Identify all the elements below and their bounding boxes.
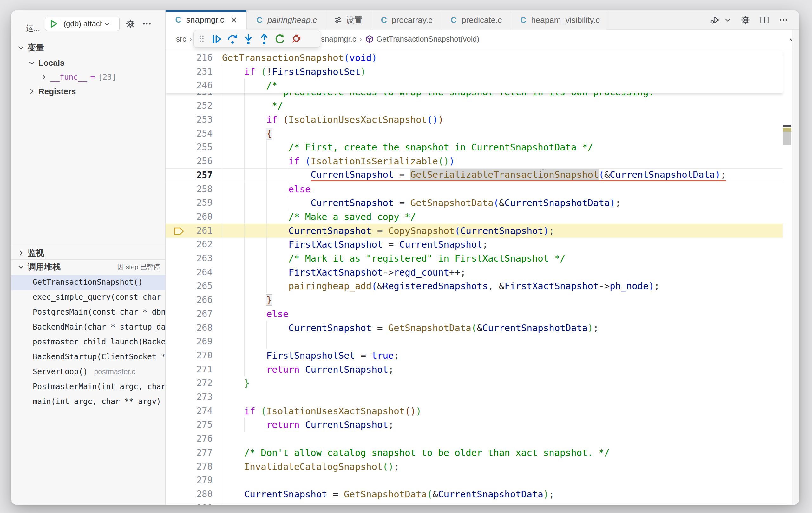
tab-predicate.c[interactable]: Cpredicate.c bbox=[441, 10, 510, 29]
line-number[interactable]: 259 bbox=[166, 196, 212, 210]
code-text[interactable]: if (IsolationIsSerializable()) bbox=[289, 154, 455, 168]
code-line-273[interactable]: 273 bbox=[166, 390, 783, 404]
line-number[interactable]: 231 bbox=[166, 65, 212, 79]
code-line-254[interactable]: 254{ bbox=[166, 127, 783, 141]
tab-snapmgr.c[interactable]: Csnapmgr.c bbox=[166, 10, 247, 29]
code-line-267[interactable]: 267else bbox=[166, 307, 783, 321]
line-number[interactable]: 274 bbox=[166, 404, 212, 418]
code-text[interactable]: CurrentSnapshot = GetSnapshotData(&Curre… bbox=[244, 487, 554, 501]
stack-frame[interactable]: ServerLoop()postmaster.c bbox=[11, 364, 165, 379]
line-number[interactable]: 253 bbox=[166, 113, 212, 127]
line-number[interactable]: 271 bbox=[166, 362, 212, 377]
code-text[interactable]: GetTransactionSnapshot(void) bbox=[222, 51, 377, 65]
tab-procarray.c[interactable]: Cprocarray.c bbox=[371, 10, 441, 29]
line-number[interactable]: 246 bbox=[166, 78, 212, 92]
split-editor-icon[interactable] bbox=[759, 15, 770, 25]
disconnect-icon[interactable] bbox=[290, 33, 302, 46]
code-text[interactable]: else bbox=[289, 182, 311, 196]
code-line-281[interactable]: 281 bbox=[166, 501, 783, 505]
stack-frame[interactable]: BackendMain(char * startup_da bbox=[11, 320, 165, 334]
code-text[interactable]: /* bbox=[266, 78, 278, 92]
line-number[interactable]: 267 bbox=[166, 307, 212, 321]
scrollbar[interactable] bbox=[783, 50, 792, 505]
line-number[interactable]: 261 bbox=[166, 224, 212, 238]
gear-icon[interactable] bbox=[125, 19, 136, 29]
line-number[interactable]: 258 bbox=[166, 182, 212, 196]
code-line-253[interactable]: 253if (IsolationUsesXactSnapshot()) bbox=[166, 113, 783, 127]
breadcrumb-item-src[interactable]: src bbox=[176, 35, 186, 44]
stack-frame[interactable]: main(int argc, char ** argv) bbox=[11, 394, 165, 409]
code-text[interactable]: else bbox=[266, 307, 289, 321]
line-number[interactable]: 269 bbox=[166, 334, 212, 349]
breadcrumb-item-file[interactable]: snapmgr.c bbox=[321, 35, 356, 44]
code-text[interactable]: CurrentSnapshot = CopySnapshot(CurrentSn… bbox=[289, 224, 554, 238]
code-text[interactable]: FirstXactSnapshot = CurrentSnapshot; bbox=[289, 238, 488, 251]
line-number[interactable]: 276 bbox=[166, 432, 212, 446]
tab-pairingheap.c[interactable]: Cpairingheap.c bbox=[247, 10, 325, 29]
stack-frame[interactable]: PostgresMain(const char * dbn bbox=[11, 305, 165, 320]
code-line-261[interactable]: 261CurrentSnapshot = CopySnapshot(Curren… bbox=[166, 224, 783, 238]
code-text[interactable]: CurrentSnapshot = GetSerializableTransac… bbox=[311, 168, 726, 181]
more-icon[interactable] bbox=[778, 15, 788, 25]
code-line-265[interactable]: 265pairingheap_add(&RegisteredSnapshots,… bbox=[166, 279, 783, 293]
line-number[interactable]: 268 bbox=[166, 321, 212, 335]
code-line-264[interactable]: 264FirstXactSnapshot->regd_count++; bbox=[166, 265, 783, 279]
code-text[interactable]: FirstXactSnapshot->regd_count++; bbox=[289, 265, 466, 279]
line-number[interactable]: 260 bbox=[166, 210, 212, 224]
code-text[interactable]: pairingheap_add(&RegisteredSnapshots, &F… bbox=[289, 279, 660, 293]
step-out-icon[interactable] bbox=[258, 33, 270, 46]
code-line-279[interactable]: 279 bbox=[166, 473, 783, 487]
code-text[interactable]: if (!FirstSnapshotSet) bbox=[244, 65, 366, 79]
continue-icon[interactable] bbox=[210, 33, 223, 46]
code-text[interactable]: return CurrentSnapshot; bbox=[266, 418, 394, 432]
tab-设置[interactable]: 设置 bbox=[325, 10, 371, 29]
code-line-270[interactable]: 270FirstSnapshotSet = true; bbox=[166, 349, 783, 362]
line-number[interactable]: 270 bbox=[166, 349, 212, 362]
line-number[interactable]: 252 bbox=[166, 99, 212, 113]
code-line-255[interactable]: 255/* First, create the snapshot in Curr… bbox=[166, 140, 783, 154]
line-number[interactable]: 266 bbox=[166, 293, 212, 307]
line-number[interactable]: 256 bbox=[166, 154, 212, 168]
code-line-276[interactable]: 276 bbox=[166, 432, 783, 446]
code-line-277[interactable]: 277/* Don't allow catalog snapshot to be… bbox=[166, 446, 783, 460]
code-text[interactable]: if (IsolationUsesXactSnapshot()) bbox=[244, 404, 422, 418]
more-icon[interactable] bbox=[142, 19, 152, 29]
code-line-216[interactable]: 216GetTransactionSnapshot(void) bbox=[166, 51, 783, 65]
line-number[interactable]: 275 bbox=[166, 418, 212, 432]
line-number[interactable]: 281 bbox=[166, 501, 212, 505]
chevron-down-icon[interactable] bbox=[724, 16, 731, 24]
code-line-246[interactable]: 246/* bbox=[166, 78, 783, 92]
code-text[interactable]: /* First, create the snapshot in Current… bbox=[289, 140, 593, 154]
code-text[interactable]: */ bbox=[266, 99, 283, 113]
watch-section-header[interactable]: 监视 bbox=[11, 246, 165, 259]
code-line-268[interactable]: 268CurrentSnapshot = GetSnapshotData(&Cu… bbox=[166, 321, 783, 335]
close-icon[interactable] bbox=[229, 16, 238, 24]
code-text[interactable]: } bbox=[266, 293, 272, 307]
code-text[interactable]: InvalidateCatalogSnapshot(); bbox=[244, 460, 399, 474]
code-line-278[interactable]: 278InvalidateCatalogSnapshot(); bbox=[166, 460, 783, 474]
code-line-262[interactable]: 262FirstXactSnapshot = CurrentSnapshot; bbox=[166, 238, 783, 251]
gear-icon[interactable] bbox=[740, 15, 751, 25]
code-text[interactable]: /* Don't allow catalog snapshot to be ol… bbox=[244, 446, 610, 460]
code-line-263[interactable]: 263/* Mark it as "registered" in FirstXa… bbox=[166, 251, 783, 265]
step-over-icon[interactable] bbox=[226, 33, 239, 46]
stack-frame[interactable]: GetTransactionSnapshot() bbox=[11, 275, 165, 290]
line-number[interactable]: 272 bbox=[166, 376, 212, 390]
callstack-section-header[interactable]: 调用堆栈 因 step 已暂停 bbox=[11, 259, 165, 274]
tab-heapam_visibility.c[interactable]: Cheapam_visibility.c bbox=[510, 10, 608, 29]
scope-locals[interactable]: Locals bbox=[11, 56, 165, 70]
launch-config-select[interactable]: (gdb) attach bbox=[63, 19, 102, 28]
line-number[interactable]: 262 bbox=[166, 238, 212, 251]
code-line-258[interactable]: 258else bbox=[166, 182, 783, 196]
code-line-260[interactable]: 260/* Make a saved copy */ bbox=[166, 210, 783, 224]
play-icon[interactable] bbox=[48, 19, 59, 29]
line-number[interactable]: 273 bbox=[166, 390, 212, 404]
line-number[interactable]: 265 bbox=[166, 279, 212, 293]
line-number[interactable]: 279 bbox=[166, 473, 212, 487]
gripper-icon[interactable] bbox=[197, 33, 207, 46]
debug-run-icon[interactable] bbox=[710, 15, 720, 25]
variable-func[interactable]: __func__ = [23] bbox=[11, 70, 165, 84]
restart-icon[interactable] bbox=[274, 33, 286, 46]
code-line-257[interactable]: 257CurrentSnapshot = GetSerializableTran… bbox=[166, 168, 783, 182]
line-number[interactable]: 280 bbox=[166, 487, 212, 501]
